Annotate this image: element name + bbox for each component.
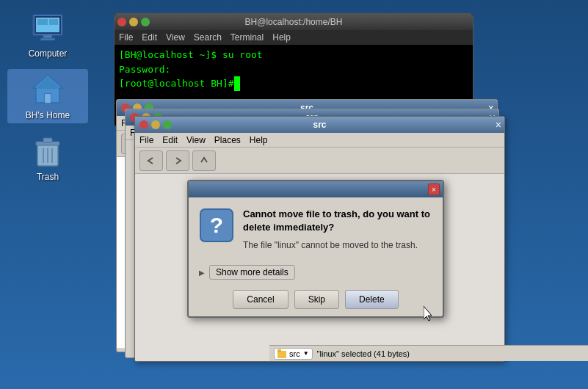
statusbar-selected-text: "linux" selected (41 bytes) [317, 349, 410, 358]
dialog-body: ? Cannot move file to trash, do you want… [189, 197, 443, 316]
svg-text:?: ? [210, 213, 223, 237]
fm-main-up-btn[interactable] [192, 150, 216, 171]
home-icon [30, 72, 65, 107]
terminal-menu-edit[interactable]: Edit [142, 32, 157, 43]
fm-main-titlebar: src × [135, 117, 504, 133]
fm-main-title: src [313, 120, 326, 130]
fm-main-max[interactable] [163, 120, 172, 129]
terminal-menu-terminal[interactable]: Terminal [231, 32, 264, 43]
terminal-line-2: Password: [119, 62, 468, 77]
trash-icon-label: Trash [37, 172, 59, 182]
svg-rect-6 [49, 19, 58, 25]
dialog-cannot-move: × ? Cannot move file to trash, do you wa… [187, 180, 444, 318]
terminal-titlebar: BH@localhost:/home/BH [115, 14, 473, 30]
terminal-menu-search[interactable]: Search [194, 32, 222, 43]
fm-main-menu-file[interactable]: File [139, 135, 153, 145]
fm-main-menu-help[interactable]: Help [250, 135, 268, 145]
desktop-icon-computer[interactable]: Computer [7, 7, 88, 62]
dialog-question-icon: ? [199, 208, 234, 243]
desktop-icon-home[interactable]: BH's Home [7, 69, 88, 123]
terminal-min-btn[interactable] [129, 18, 138, 26]
dialog-content: ? Cannot move file to trash, do you want… [199, 208, 432, 256]
dialog-text-area: Cannot move file to trash, do you want t… [243, 208, 432, 256]
trash-icon [30, 134, 65, 169]
terminal-max-btn[interactable] [141, 18, 150, 26]
show-more-row: ▶ Show more details [199, 265, 432, 280]
fm-main-close-x[interactable]: × [496, 119, 501, 131]
show-more-details-btn[interactable]: Show more details [209, 265, 295, 280]
terminal-line-3: [root@localhost BH]# [119, 76, 468, 91]
svg-rect-8 [45, 94, 51, 103]
dialog-sub-text: The file "linux" cannot be moved to the … [243, 240, 432, 250]
terminal-line-1: [BH@localhost ~]$ su root [119, 48, 468, 62]
home-icon-label: BH's Home [26, 110, 70, 120]
svg-rect-2 [43, 35, 52, 38]
desktop-icon-trash[interactable]: Trash [7, 131, 88, 185]
statusbar-location[interactable]: src ▼ [274, 348, 313, 360]
svg-rect-3 [40, 38, 55, 40]
svg-rect-23 [277, 349, 281, 352]
svg-rect-12 [43, 138, 52, 142]
terminal-title: BH@localhost:/home/BH [245, 17, 343, 27]
dialog-buttons: Cancel Skip Delete [199, 290, 432, 309]
fm-main-back-btn[interactable] [139, 150, 163, 171]
svg-rect-5 [37, 19, 48, 25]
dialog-main-text: Cannot move file to trash, do you want t… [243, 208, 432, 234]
terminal-close-btn[interactable] [117, 18, 126, 26]
terminal-menu-help[interactable]: Help [272, 32, 291, 43]
fm-main-close[interactable] [139, 120, 148, 129]
fm-main-min[interactable] [151, 120, 160, 129]
terminal-menu-file[interactable]: File [119, 32, 133, 43]
desktop: Computer BH's Home [0, 0, 588, 389]
dialog-close-btn[interactable]: × [428, 183, 440, 195]
computer-icon [30, 10, 65, 46]
terminal-body: [BH@localhost ~]$ su root Password: [roo… [115, 45, 473, 94]
computer-icon-label: Computer [29, 48, 68, 59]
fm-main-toolbar [135, 148, 504, 174]
fm-main-menu-places[interactable]: Places [214, 135, 241, 145]
fm-main-menubar: File Edit View Places Help [135, 133, 504, 148]
skip-button[interactable]: Skip [294, 290, 339, 309]
cancel-button[interactable]: Cancel [233, 290, 288, 309]
statusbar-dropdown-arrow[interactable]: ▼ [303, 350, 309, 357]
show-more-triangle-btn[interactable]: ▶ [199, 269, 206, 276]
fm-main-menu-view[interactable]: View [186, 135, 206, 145]
fm-main-menu-edit[interactable]: Edit [162, 135, 178, 145]
terminal-menu-view[interactable]: View [166, 32, 185, 43]
statusbar-location-text: src [289, 349, 300, 358]
desktop-icon-area: Computer BH's Home [0, 0, 95, 389]
delete-button[interactable]: Delete [345, 290, 399, 309]
dialog-titlebar: × [189, 181, 443, 197]
fm-main-fwd-btn[interactable] [166, 150, 189, 171]
terminal-menubar: File Edit View Search Terminal Help [115, 30, 473, 45]
fm-main-statusbar: src ▼ "linux" selected (41 bytes) [269, 345, 588, 361]
